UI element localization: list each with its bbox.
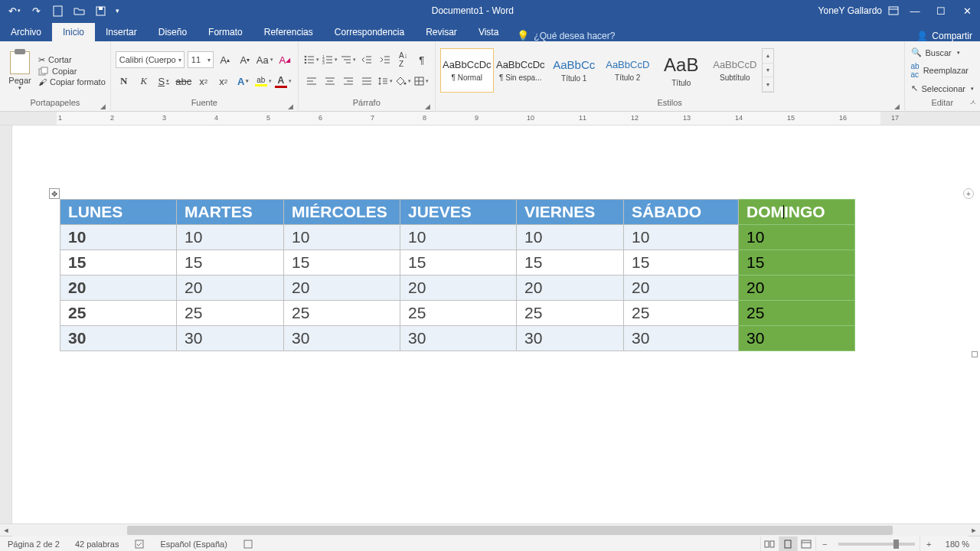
paste-button[interactable]: Pegar ▾ — [5, 50, 35, 91]
style-ttulo2[interactable]: AaBbCcDTítulo 2 — [601, 48, 655, 93]
strikethrough-button[interactable]: abc — [175, 73, 192, 90]
tab-review[interactable]: Revisar — [415, 23, 468, 41]
tab-home[interactable]: Inicio — [52, 23, 95, 41]
clear-formatting-button[interactable]: A◢ — [276, 51, 293, 68]
clipboard-dialog-launcher[interactable]: ◢ — [100, 103, 106, 110]
table-header[interactable]: SÁBADO — [624, 200, 739, 225]
table-cell[interactable]: 30 — [400, 326, 517, 351]
table-cell[interactable]: 20 — [60, 276, 177, 301]
shrink-font-button[interactable]: A▾ — [237, 51, 253, 68]
tab-file[interactable]: Archivo — [0, 23, 52, 41]
tab-insert[interactable]: Insertar — [95, 23, 148, 41]
tell-me-search[interactable]: 💡 ¿Qué desea hacer? — [509, 30, 622, 41]
justify-button[interactable] — [358, 73, 375, 90]
new-doc-button[interactable] — [47, 2, 67, 20]
table-cell[interactable]: 25 — [517, 301, 624, 326]
scrollbar-thumb[interactable] — [127, 526, 893, 535]
change-case-button[interactable]: Aa▾ — [256, 51, 273, 68]
table-cell[interactable]: 10 — [517, 225, 624, 250]
table-cell[interactable]: 10 — [400, 225, 517, 250]
word-count[interactable]: 42 palabras — [67, 540, 127, 549]
styles-dialog-launcher[interactable]: ◢ — [894, 103, 900, 110]
table-header[interactable]: LUNES — [60, 200, 177, 225]
vertical-ruler[interactable] — [0, 126, 12, 523]
table-resize-handle[interactable] — [972, 351, 978, 357]
table-cell[interactable]: 20 — [284, 276, 400, 301]
highlight-button[interactable]: ab▾ — [255, 73, 272, 90]
superscript-button[interactable]: x2 — [215, 73, 232, 90]
table-cell[interactable]: 20 — [517, 276, 624, 301]
table-header[interactable]: MIÉRCOLES — [284, 200, 400, 225]
spellcheck-button[interactable] — [126, 539, 152, 549]
borders-button[interactable]: ▾ — [413, 73, 430, 90]
maximize-button[interactable]: ☐ — [928, 2, 954, 20]
table-cell[interactable]: 15 — [60, 250, 177, 276]
table-cell[interactable]: 10 — [284, 225, 400, 250]
select-button[interactable]: ↖Seleccionar▾ — [910, 82, 975, 95]
language-indicator[interactable]: Español (España) — [152, 540, 234, 549]
zoom-in-button[interactable]: + — [920, 536, 938, 552]
bold-button[interactable]: N — [116, 73, 132, 90]
find-button[interactable]: 🔍Buscar▾ — [910, 46, 975, 59]
show-marks-button[interactable]: ¶ — [413, 51, 430, 68]
read-mode-button[interactable] — [760, 536, 779, 552]
sort-button[interactable]: A↓Z — [395, 51, 412, 68]
table-header[interactable]: MARTES — [177, 200, 284, 225]
table-cell[interactable]: 30 — [624, 326, 739, 351]
style-normal[interactable]: AaBbCcDc¶ Normal — [440, 48, 494, 93]
decrease-indent-button[interactable] — [358, 51, 375, 68]
bullets-button[interactable]: ▾ — [303, 51, 320, 68]
macro-button[interactable] — [235, 539, 261, 549]
page-indicator[interactable]: Página 2 de 2 — [0, 540, 67, 549]
table-cell[interactable]: 10 — [624, 225, 739, 250]
tab-references[interactable]: Referencias — [253, 23, 324, 41]
copy-button[interactable]: Copiar — [38, 67, 106, 76]
table-cell[interactable]: 30 — [60, 326, 177, 351]
table-cell[interactable]: 30 — [284, 326, 400, 351]
save-button[interactable] — [90, 2, 110, 20]
table-move-handle[interactable]: ✥ — [49, 188, 60, 199]
font-size-combo[interactable]: 11▾ — [188, 51, 214, 68]
align-center-button[interactable] — [322, 73, 338, 90]
zoom-slider[interactable] — [838, 543, 915, 546]
weekdays-table[interactable]: LUNESMARTESMIÉRCOLESJUEVESVIERNESSÁBADOD… — [60, 199, 855, 351]
redo-button[interactable]: ↷ — [26, 2, 46, 20]
open-button[interactable] — [69, 2, 89, 20]
web-layout-button[interactable] — [797, 536, 815, 552]
table-cell[interactable]: 25 — [739, 301, 855, 326]
cut-button[interactable]: ✂Cortar — [38, 55, 106, 65]
qat-customize-button[interactable]: ▾ — [112, 2, 122, 20]
scroll-left-button[interactable]: ◄ — [0, 524, 12, 536]
align-right-button[interactable] — [340, 73, 357, 90]
table-cell[interactable]: 25 — [60, 301, 177, 326]
undo-button[interactable]: ↶▾ — [5, 2, 24, 20]
table-cell[interactable]: 10 — [60, 225, 177, 250]
ribbon-display-options[interactable] — [888, 6, 899, 15]
tab-view[interactable]: Vista — [468, 23, 509, 41]
font-dialog-launcher[interactable]: ◢ — [288, 103, 293, 110]
user-name[interactable]: YoneY Gallardo — [818, 5, 882, 16]
grow-font-button[interactable]: A▴ — [217, 51, 234, 68]
table-cell[interactable]: 15 — [400, 250, 517, 276]
tab-layout[interactable]: Formato — [198, 23, 253, 41]
horizontal-scrollbar[interactable]: ◄ ► — [0, 523, 980, 536]
table-cell[interactable]: 25 — [284, 301, 400, 326]
style-ttulo[interactable]: AaBTítulo — [655, 48, 708, 93]
add-column-button[interactable]: + — [963, 188, 974, 199]
horizontal-ruler[interactable]: 1234567891011121314151617 — [0, 112, 980, 126]
table-cell[interactable]: 20 — [177, 276, 284, 301]
increase-indent-button[interactable] — [377, 51, 394, 68]
style-subttulo[interactable]: AaBbCcDSubtítulo — [708, 48, 762, 93]
table-cell[interactable]: 15 — [177, 250, 284, 276]
table-header[interactable]: VIERNES — [517, 200, 624, 225]
page-canvas[interactable]: ✥ + LUNESMARTESMIÉRCOLESJUEVESVIERNESSÁB… — [12, 126, 980, 523]
table-cell[interactable]: 25 — [177, 301, 284, 326]
table-cell[interactable]: 20 — [400, 276, 517, 301]
table-cell[interactable]: 20 — [624, 276, 739, 301]
collapse-ribbon-button[interactable]: ㅅ — [969, 97, 977, 108]
text-effects-button[interactable]: A▾ — [235, 73, 252, 90]
close-button[interactable]: ✕ — [954, 2, 980, 20]
multilevel-list-button[interactable]: ▾ — [340, 51, 357, 68]
table-cell[interactable]: 30 — [739, 326, 855, 351]
styles-scroll[interactable]: ▴▾▾ — [762, 48, 774, 93]
